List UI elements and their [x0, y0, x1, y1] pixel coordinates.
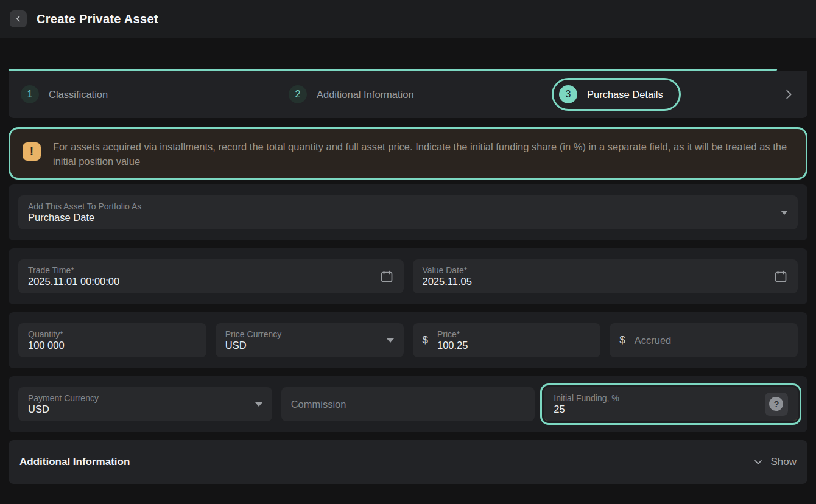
- stepper-step-purchase-details: 3 Purchase Details: [544, 78, 807, 111]
- field-label: Trade Time*: [28, 265, 373, 275]
- show-label: Show: [770, 456, 797, 468]
- page-title: Create Private Asset: [37, 12, 158, 26]
- field-label: Initial Funding, %: [554, 393, 759, 403]
- step-label: Additional Information: [317, 89, 414, 100]
- field-value: 25: [554, 404, 759, 415]
- initial-funding-field[interactable]: Initial Funding, % 25 ?: [544, 387, 798, 421]
- field-value: 2025.11.05: [423, 276, 768, 287]
- payment-funding-card: Payment Currency USD Commission Initial …: [9, 376, 807, 432]
- accrued-field[interactable]: $ Accrued: [610, 323, 798, 357]
- portfolio-as-card: Add This Asset To Portfolio As Purchase …: [9, 184, 807, 240]
- step-number-badge: 1: [21, 85, 39, 103]
- installments-info-banner: ! For assets acquired via installments, …: [9, 127, 807, 180]
- field-label: Price Currency: [225, 329, 381, 339]
- stepper: 1 Classification 2 Additional Informatio…: [9, 71, 807, 118]
- stepper-step-additional-information[interactable]: 2 Additional Information: [276, 85, 544, 103]
- field-value: USD: [28, 404, 249, 415]
- step-label: Purchase Details: [587, 89, 663, 100]
- field-placeholder: Commission: [291, 399, 526, 410]
- additional-information-section: Additional Information Show: [9, 440, 807, 484]
- quantity-price-card: Quantity* 100 000 Price Currency USD $ P…: [9, 312, 807, 368]
- chevron-down-icon[interactable]: [387, 338, 394, 343]
- warning-icon: !: [23, 142, 41, 161]
- help-button[interactable]: ?: [765, 393, 788, 416]
- dates-card: Trade Time* 2025.11.01 00:00:00 Value Da…: [9, 248, 807, 304]
- field-label: Payment Currency: [28, 393, 249, 403]
- portfolio-as-select[interactable]: Add This Asset To Portfolio As Purchase …: [18, 195, 798, 229]
- payment-currency-select[interactable]: Payment Currency USD: [18, 387, 272, 421]
- field-label: Value Date*: [423, 265, 768, 275]
- dollar-icon: $: [619, 334, 625, 346]
- step-label: Classification: [49, 89, 108, 100]
- price-currency-select[interactable]: Price Currency USD: [216, 323, 404, 357]
- stepper-step-classification[interactable]: 1 Classification: [9, 85, 276, 103]
- step-number-badge: 2: [289, 85, 307, 103]
- calendar-icon[interactable]: [379, 269, 394, 284]
- chevron-down-icon[interactable]: [781, 211, 788, 215]
- value-date-field[interactable]: Value Date* 2025.11.05: [413, 259, 798, 293]
- chevron-down-icon[interactable]: [255, 402, 262, 407]
- field-value: 2025.11.01 00:00:00: [28, 276, 373, 287]
- commission-field[interactable]: Commission: [281, 387, 535, 421]
- quantity-field[interactable]: Quantity* 100 000: [18, 323, 206, 357]
- question-mark-icon: ?: [769, 397, 783, 411]
- calendar-icon[interactable]: [773, 269, 788, 284]
- price-field[interactable]: $ Price* 100.25: [413, 323, 601, 357]
- field-label: Price*: [437, 329, 591, 339]
- chevron-down-icon: [752, 456, 764, 468]
- field-label: Add This Asset To Portfolio As: [28, 201, 775, 211]
- field-value: 100.25: [437, 340, 591, 351]
- section-title: Additional Information: [19, 456, 130, 468]
- banner-text: For assets acquired via installments, re…: [53, 138, 793, 169]
- header: Create Private Asset: [0, 0, 816, 38]
- stepper-next-chevron[interactable]: [782, 88, 795, 101]
- stepper-step-purchase-details-pill[interactable]: 3 Purchase Details: [552, 78, 681, 111]
- field-value: USD: [225, 340, 381, 351]
- chevron-left-icon: [13, 14, 23, 24]
- step-number-badge: 3: [559, 85, 577, 103]
- field-value: Purchase Date: [28, 212, 775, 223]
- show-toggle[interactable]: Show: [752, 456, 797, 468]
- field-value: 100 000: [28, 340, 197, 351]
- dollar-icon: $: [423, 334, 428, 346]
- back-button[interactable]: [10, 10, 27, 27]
- trade-time-field[interactable]: Trade Time* 2025.11.01 00:00:00: [18, 259, 404, 293]
- field-placeholder: Accrued: [635, 335, 788, 346]
- field-label: Quantity*: [28, 329, 197, 339]
- chevron-right-icon: [782, 88, 795, 101]
